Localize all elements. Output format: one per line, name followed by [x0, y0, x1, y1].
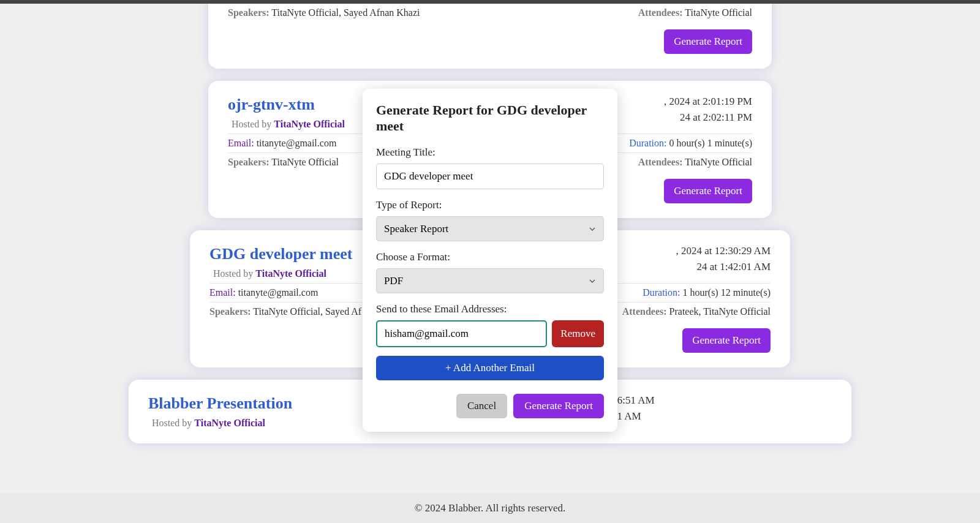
generate-report-button[interactable]: Generate Report — [513, 394, 604, 418]
speakers-label: Speakers: — [228, 7, 270, 18]
duration-label: Duration: — [643, 287, 680, 298]
emails-label: Send to these Email Addresses: — [376, 303, 604, 315]
host-name: TitaNyte Official — [255, 268, 326, 279]
duration-value: 0 hour(s) 1 minute(s) — [669, 138, 752, 148]
email-input[interactable] — [376, 320, 547, 347]
report-type-label: Type of Report: — [376, 199, 604, 211]
format-select[interactable]: PDF — [376, 268, 604, 293]
report-type-select[interactable]: Speaker Report — [376, 216, 604, 241]
attendees-label: Attendees: — [638, 157, 683, 167]
hosted-by-prefix: Hosted by — [152, 418, 194, 428]
speakers-label: Speakers: — [209, 306, 251, 317]
generate-report-button[interactable]: Generate Report — [664, 29, 752, 54]
hosted-by-prefix: Hosted by — [232, 119, 274, 129]
attendees-line: Attendees: TitaNyte Official — [638, 7, 752, 18]
meeting-title-label: Meeting Title: — [376, 146, 604, 159]
email-value: titanyte@gmail.com — [257, 138, 337, 148]
meeting-title-input[interactable] — [376, 164, 604, 189]
attendees-label: Attendees: — [622, 306, 667, 317]
cancel-button[interactable]: Cancel — [456, 394, 507, 418]
speakers-value: TitaNyte Official, Sayed Afnan Khazi — [271, 7, 420, 18]
duration-line: Duration: 1 hour(s) 12 minute(s) — [643, 287, 771, 298]
attendees-value: TitaNyte Official — [685, 157, 752, 167]
generate-report-button[interactable]: Generate Report — [664, 179, 752, 203]
time-stack: , 2024 at 2:01:19 PM 24 at 2:02:11 PM — [664, 96, 752, 127]
duration-value: 1 hour(s) 12 minute(s) — [682, 287, 771, 298]
generate-report-button[interactable]: Generate Report — [682, 328, 771, 353]
attendees-line: Attendees: TitaNyte Official — [638, 157, 752, 168]
meeting-title[interactable]: ojr-gtnv-xtm — [228, 96, 345, 114]
speakers-line: Speakers: TitaNyte Official — [228, 157, 339, 168]
footer: © 2024 Blabber. All rights reserved. — [0, 494, 980, 523]
meeting-title[interactable]: GDG developer meet — [209, 245, 352, 263]
remove-email-button[interactable]: Remove — [552, 320, 604, 347]
hosted-by: Hosted by TitaNyte Official — [232, 119, 345, 130]
speakers-value: TitaNyte Official — [271, 157, 339, 167]
attendees-value: Prateek, TitaNyte Official — [669, 306, 771, 317]
add-email-button[interactable]: + Add Another Email — [376, 356, 604, 380]
email-line: Email: titanyte@gmail.com — [228, 138, 336, 149]
duration-line: Duration: 0 hour(s) 1 minute(s) — [629, 138, 752, 149]
speakers-value: TitaNyte Official, Sayed Af — [253, 306, 361, 317]
email-line: Email: titanyte@gmail.com — [209, 287, 318, 298]
duration-label: Duration: — [629, 138, 666, 148]
hosted-by-prefix: Hosted by — [213, 268, 255, 279]
time-stack: , 2024 at 12:30:29 AM 24 at 1:42:01 AM — [676, 245, 771, 277]
email-label: Email: — [228, 138, 254, 148]
hosted-by: Hosted by TitaNyte Official — [213, 268, 352, 279]
speakers-line: Speakers: TitaNyte Official, Sayed Afnan… — [228, 7, 420, 18]
email-row: Remove — [376, 320, 604, 347]
footer-text: © 2024 Blabber. All rights reserved. — [415, 502, 566, 514]
attendees-label: Attendees: — [638, 7, 683, 18]
from-time: , 2024 at 12:30:29 AM — [676, 245, 771, 257]
speakers-line: Speakers: TitaNyte Official, Sayed Af — [209, 306, 361, 317]
to-time: 24 at 1:42:01 AM — [676, 261, 771, 273]
to-time: 24 at 2:02:11 PM — [664, 111, 752, 124]
format-label: Choose a Format: — [376, 251, 604, 263]
email-value: titanyte@gmail.com — [238, 287, 318, 298]
email-label: Email: — [209, 287, 236, 298]
host-name: TitaNyte Official — [194, 418, 265, 428]
speakers-label: Speakers: — [228, 157, 270, 167]
modal-title: Generate Report for GDG developer meet — [376, 102, 604, 134]
from-time: , 2024 at 2:01:19 PM — [664, 96, 752, 108]
attendees-line: Attendees: Prateek, TitaNyte Official — [622, 306, 771, 317]
generate-report-modal: Generate Report for GDG developer meet M… — [363, 89, 617, 432]
attendees-value: TitaNyte Official — [685, 7, 752, 18]
meeting-card: Speakers: TitaNyte Official, Sayed Afnan… — [208, 4, 772, 69]
modal-actions: Cancel Generate Report — [376, 394, 604, 418]
host-name: TitaNyte Official — [274, 119, 345, 129]
